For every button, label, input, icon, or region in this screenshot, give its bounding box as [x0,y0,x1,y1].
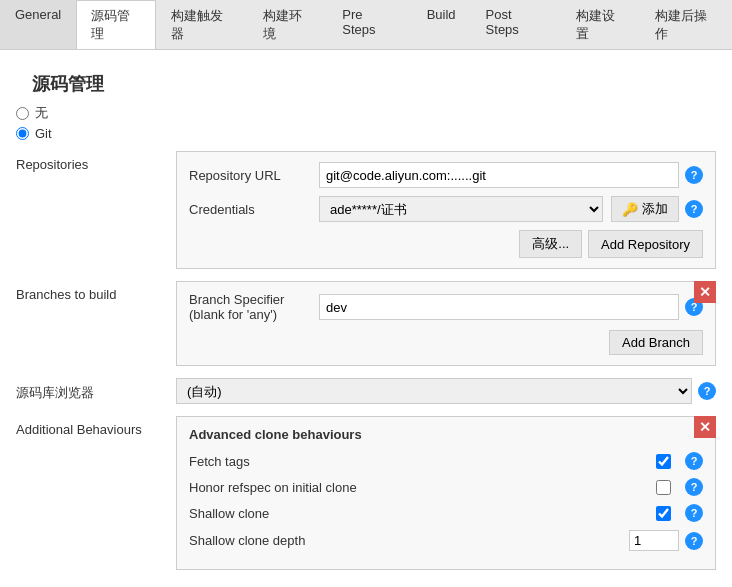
fetch-tags-checkbox[interactable] [656,454,671,469]
honor-refspec-label: Honor refspec on initial clone [189,480,648,495]
add-branch-button[interactable]: Add Branch [609,330,703,355]
radio-git[interactable] [16,127,29,140]
repo-url-help-icon[interactable]: ? [685,166,703,184]
add-credentials-label: 添加 [642,200,668,218]
behaviours-section: Additional Behaviours ✕ Advanced clone b… [16,416,716,570]
branches-label: Branches to build [16,281,176,366]
fetch-tags-row: Fetch tags ? [189,452,703,470]
behaviour-title: Advanced clone behaviours [189,427,703,442]
radio-none[interactable] [16,107,29,120]
shallow-clone-label: Shallow clone [189,506,648,521]
page-title: 源码管理 [16,60,716,104]
tab-presteps[interactable]: Pre Steps [327,0,411,49]
shallow-clone-depth-row: Shallow clone depth ? [189,530,703,551]
tab-build[interactable]: Build [412,0,471,49]
radio-git-label[interactable]: Git [35,126,52,141]
repositories-section: Repositories Repository URL ? Credential… [16,151,716,269]
credentials-select[interactable]: ade*****/证书 [319,196,603,222]
fetch-tags-label: Fetch tags [189,454,648,469]
key-icon: 🔑 [622,202,638,217]
tabs-bar: General 源码管理 构建触发器 构建环境 Pre Steps Build … [0,0,732,50]
radio-none-label[interactable]: 无 [35,104,48,122]
honor-refspec-help-icon[interactable]: ? [685,478,703,496]
shallow-clone-row: Shallow clone ? [189,504,703,522]
add-repository-button[interactable]: Add Repository [588,230,703,258]
branch-buttons-row: Add Branch [189,330,703,355]
tab-triggers[interactable]: 构建触发器 [156,0,248,49]
source-type-group: 无 Git [16,104,716,141]
repositories-content: Repository URL ? Credentials ade*****/证书… [176,151,716,269]
browser-select[interactable]: (自动) [176,378,692,404]
honor-refspec-row: Honor refspec on initial clone ? [189,478,703,496]
branches-section: Branches to build ✕ Branch Specifier (bl… [16,281,716,366]
radio-none-row: 无 [16,104,716,122]
repo-buttons-row: 高级... Add Repository [189,230,703,258]
fetch-tags-help-icon[interactable]: ? [685,452,703,470]
credentials-label: Credentials [189,202,319,217]
browser-help-icon[interactable]: ? [698,382,716,400]
delete-branch-button[interactable]: ✕ [694,281,716,303]
shallow-clone-depth-input[interactable] [629,530,679,551]
tab-poststeps[interactable]: Post Steps [471,0,561,49]
repo-url-input[interactable] [319,162,679,188]
shallow-clone-depth-label: Shallow clone depth [189,533,629,548]
honor-refspec-checkbox[interactable] [656,480,671,495]
credentials-help-icon[interactable]: ? [685,200,703,218]
browser-section: 源码库浏览器 (自动) ? [16,378,716,404]
radio-git-row: Git [16,126,716,141]
repositories-label: Repositories [16,151,176,269]
behaviours-content: ✕ Advanced clone behaviours Fetch tags ?… [176,416,716,570]
tab-env[interactable]: 构建环境 [248,0,328,49]
behaviours-label: Additional Behaviours [16,416,176,570]
add-credentials-button[interactable]: 🔑 添加 [611,196,679,222]
tab-settings[interactable]: 构建设置 [561,0,641,49]
tab-source[interactable]: 源码管理 [76,0,156,49]
shallow-clone-depth-help-icon[interactable]: ? [685,532,703,550]
tab-general[interactable]: General [0,0,76,49]
advanced-button[interactable]: 高级... [519,230,582,258]
tab-postbuild[interactable]: 构建后操作 [640,0,732,49]
delete-behaviour-button[interactable]: ✕ [694,416,716,438]
repo-url-label: Repository URL [189,168,319,183]
repo-url-row: Repository URL ? [189,162,703,188]
shallow-clone-help-icon[interactable]: ? [685,504,703,522]
branch-specifier-input[interactable] [319,294,679,320]
branch-specifier-row: Branch Specifier (blank for 'any') ? [189,292,703,322]
browser-field-row: (自动) ? [176,378,716,404]
branch-specifier-label: Branch Specifier (blank for 'any') [189,292,319,322]
browser-label: 源码库浏览器 [16,378,176,404]
branches-content: ✕ Branch Specifier (blank for 'any') ? A… [176,281,716,366]
shallow-clone-checkbox[interactable] [656,506,671,521]
credentials-row: Credentials ade*****/证书 🔑 添加 ? [189,196,703,222]
